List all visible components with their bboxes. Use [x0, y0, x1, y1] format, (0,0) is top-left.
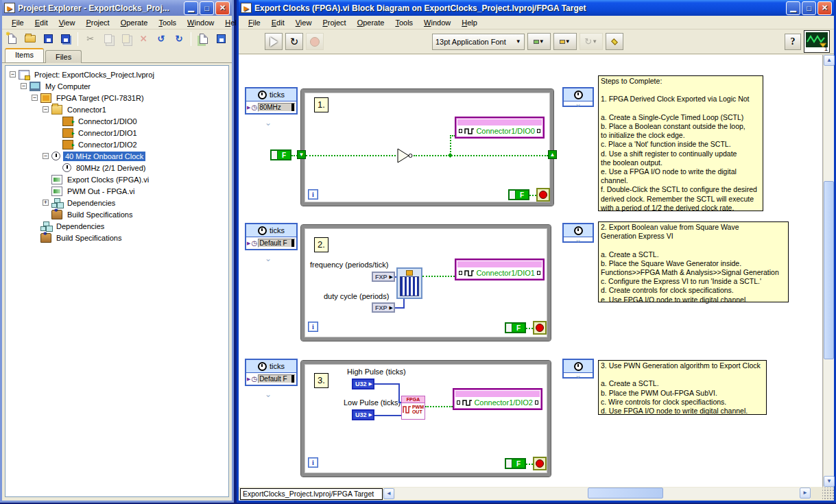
tab-files[interactable]: Files — [45, 50, 82, 63]
minimize-button[interactable]: ▁ — [786, 1, 800, 15]
loop3-stop-constant[interactable]: F — [505, 458, 526, 469]
resize-objects-button[interactable]: ↻▼ — [580, 33, 603, 50]
save-all-button[interactable] — [58, 31, 73, 47]
high-pulse-control-terminal[interactable]: U32▶ — [352, 379, 374, 389]
menu-file[interactable]: File — [6, 17, 29, 28]
loop2-stop-constant[interactable]: F — [505, 322, 526, 333]
menu-project[interactable]: Project — [80, 17, 115, 28]
tree-item-dependencies-fpga[interactable]: +Dependencies — [5, 197, 228, 208]
fpga-io-node-dio0[interactable]: Connector1/DIO0 — [455, 117, 545, 139]
scroll-down-button[interactable]: ▼ — [824, 476, 835, 487]
cut-button[interactable]: ✂ — [82, 31, 98, 47]
delete-button[interactable]: ✕ — [136, 31, 152, 47]
maximize-button[interactable]: □ — [200, 1, 214, 15]
menu-view[interactable]: View — [290, 17, 318, 28]
copy-button[interactable] — [100, 31, 116, 47]
loop1-false-constant[interactable]: F — [270, 149, 291, 160]
menu-window[interactable]: Window — [418, 17, 456, 28]
timed-loop-1[interactable] — [301, 89, 553, 206]
expander-minus-icon[interactable]: − — [21, 83, 27, 89]
help-button[interactable]: ? — [785, 34, 801, 50]
close-button[interactable]: ✕ — [215, 1, 230, 15]
expander-minus-icon[interactable]: − — [43, 153, 49, 159]
resize-grip[interactable] — [822, 488, 834, 499]
loop2-info-icon[interactable]: i — [308, 322, 318, 332]
tree-item-build-specs-fpga[interactable]: Build Specifications — [5, 208, 228, 220]
loop3-clock-source-field[interactable]: Default F — [258, 374, 296, 383]
menu-help[interactable]: Help — [456, 17, 483, 28]
tree-item-dio1[interactable]: Connector1/DIO1 — [5, 127, 228, 139]
pwm-out-subvi[interactable]: FPGA PWM OUT — [401, 396, 425, 420]
expander-plus-icon[interactable]: + — [43, 200, 49, 206]
steps-comment-2[interactable]: 2. Export Boolean value from Square Wave… — [598, 221, 789, 302]
square-wave-generator-express-vi[interactable] — [396, 267, 422, 299]
tree-item-fpga-target[interactable]: −FPGA Target (PCI-7831R) — [5, 92, 228, 104]
scroll-left-button[interactable]: ◄ — [383, 488, 394, 499]
loop2-timing-node[interactable]: ticks ▶◷Default F — [245, 223, 298, 250]
menu-window[interactable]: Window — [182, 17, 219, 28]
shift-register-left[interactable]: ▼ — [297, 150, 306, 159]
menu-operate[interactable]: Operate — [115, 17, 154, 28]
high-pulse-control-label[interactable]: High Pulse (ticks) — [347, 368, 406, 376]
not-gate[interactable] — [396, 147, 414, 165]
save-button[interactable] — [40, 31, 56, 47]
menu-project[interactable]: Project — [317, 17, 351, 28]
run-button[interactable] — [265, 33, 283, 50]
tree-item-build-specs[interactable]: Build Specifications — [5, 232, 228, 243]
close-button[interactable]: ✕ — [817, 1, 832, 15]
tree-item-connector1[interactable]: −Connector1 — [5, 104, 228, 115]
abort-button[interactable] — [306, 33, 324, 50]
tree-item-derived-clock[interactable]: 80MHz (2/1 Derived) — [5, 162, 228, 173]
loop3-info-icon[interactable]: i — [308, 457, 318, 468]
tree-item-project[interactable]: −Project: ExportClocks_Project.lvproj — [5, 69, 228, 80]
loop2-stop-button[interactable] — [533, 321, 547, 335]
loop3-stop-button[interactable] — [533, 457, 547, 470]
duty-cycle-control-label[interactable]: duty cycle (periods) — [324, 292, 389, 300]
duty-cycle-control-terminal[interactable]: FXP▶ — [372, 302, 395, 313]
run-continuous-button[interactable]: ↻ — [285, 33, 303, 50]
frequency-control-terminal[interactable]: FXP▶ — [372, 272, 395, 282]
vertical-scroll-thumb[interactable] — [824, 181, 834, 359]
block-diagram-titlebar[interactable]: ▶ Export Clocks (FPGA).vi Block Diagram … — [239, 0, 834, 16]
tree-item-my-computer[interactable]: −My Computer — [5, 80, 228, 92]
shift-register-right[interactable]: ▲ — [548, 150, 557, 159]
menu-file[interactable]: File — [243, 17, 266, 28]
save-project-button[interactable] — [213, 31, 229, 47]
tree-item-dio2[interactable]: Connector1/DIO2 — [5, 139, 228, 150]
frequency-control-label[interactable]: frequency (periods/tick) — [310, 261, 388, 269]
open-button[interactable] — [23, 31, 38, 47]
loop2-output-node[interactable]: ⌄ — [562, 223, 594, 243]
loop3-timing-node[interactable]: ticks ▶◷Default F — [245, 359, 298, 386]
expander-minus-icon[interactable]: − — [10, 71, 16, 77]
horizontal-scrollbar[interactable]: ► — [395, 488, 811, 499]
tree-item-export-clocks-vi[interactable]: Export Clocks (FPGA).vi — [5, 173, 228, 185]
scroll-up-button[interactable]: ▲ — [824, 55, 835, 66]
tree-item-onboard-clock[interactable]: −40 MHz Onboard Clock — [5, 150, 228, 162]
paste-button[interactable] — [118, 31, 134, 47]
menu-tools[interactable]: Tools — [153, 17, 182, 28]
font-selector[interactable]: 13pt Application Font ▼ — [432, 34, 525, 50]
redo-button[interactable]: ↻ — [171, 31, 187, 47]
vi-icon-badge[interactable]: 1 — [804, 30, 830, 53]
project-explorer-titlebar[interactable]: ▶ Project Explorer - ExportClocks_Proj..… — [2, 0, 232, 16]
loop2-number-label[interactable]: 2. — [314, 237, 329, 252]
new-file-button[interactable] — [5, 31, 21, 47]
loop3-output-node[interactable]: ⌄ — [562, 359, 594, 379]
steps-comment-3[interactable]: 3. Use PWN Generation algorithm to Expor… — [598, 360, 767, 415]
menu-edit[interactable]: Edit — [29, 17, 53, 28]
menu-view[interactable]: View — [53, 17, 81, 28]
horizontal-scroll-thumb[interactable] — [588, 488, 663, 499]
loop3-number-label[interactable]: 3. — [314, 373, 329, 388]
scroll-right-button[interactable]: ► — [800, 488, 811, 499]
low-pulse-control-terminal[interactable]: U32▶ — [352, 409, 374, 420]
expander-minus-icon[interactable]: − — [43, 106, 49, 112]
menu-tools[interactable]: Tools — [390, 17, 418, 28]
tree-item-dio0[interactable]: Connector1/DIO0 — [5, 115, 228, 127]
loop1-output-node[interactable]: ⌄ — [562, 87, 594, 107]
fpga-io-node-dio2[interactable]: Connector1/DIO2 — [453, 388, 542, 410]
block-diagram-canvas[interactable]: ticks ▶◷80MHz ⌄ ⌄ 1. F ▼ ▲ Connector1/DI… — [239, 55, 823, 487]
distribute-objects-button[interactable]: ▼ — [553, 33, 577, 50]
align-objects-button[interactable]: ▼ — [527, 33, 551, 50]
loop1-clock-source-field[interactable]: 80MHz — [258, 103, 296, 112]
clean-up-diagram-button[interactable] — [606, 33, 623, 50]
